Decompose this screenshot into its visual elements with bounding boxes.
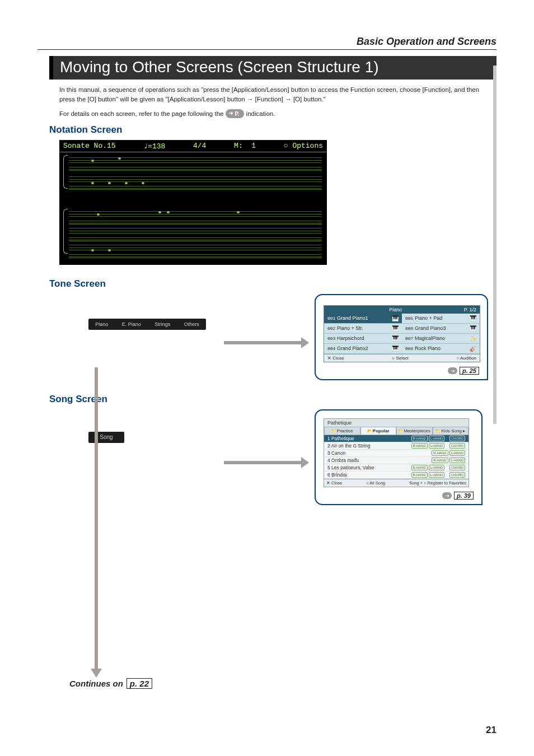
- song-tabs: 📁Practice 📂Popular 📁Masterpieces 📁Kids S…: [324, 427, 469, 435]
- song-row: 2 Air on the G StringR-HANDL-HAND CHORD: [324, 442, 469, 450]
- tone-name: Rock Piano: [415, 346, 441, 351]
- song-row-num: 4: [327, 458, 330, 463]
- intro-paragraph-1: In this manual, a sequence of operations…: [59, 85, 486, 105]
- badge: L-HAND: [429, 443, 444, 449]
- arrow-pill-icon: [442, 492, 452, 499]
- staff-line: [69, 176, 322, 190]
- staff-line: [69, 211, 322, 225]
- song-screenshot: Pathetique 📁Practice 📂Popular 📁Masterpie…: [324, 418, 469, 487]
- staff-line: [69, 228, 322, 241]
- piano-icon: 🎹: [392, 325, 399, 332]
- harpsichord-icon: 🎹: [392, 335, 399, 342]
- note-icon: [108, 249, 111, 251]
- page-ref-box: p. 39: [454, 492, 474, 500]
- tone-num: 007: [405, 336, 413, 341]
- tone-screenshot: Piano P. 1/2 001 Grand Piano1🎹 005 Piano…: [324, 305, 480, 362]
- folder-icon: 📂: [367, 429, 372, 433]
- badge: R-HAND: [411, 436, 428, 441]
- intro-text-b: indication.: [246, 109, 275, 119]
- tone-grid: 001 Grand Piano1🎹 005 Piano + Pad🎹 002 P…: [324, 314, 480, 354]
- badge: R-HAND: [432, 458, 448, 463]
- badge: R-HAND: [411, 472, 428, 478]
- notation-timesig: 4/4: [193, 142, 206, 151]
- note-icon: [167, 211, 170, 213]
- song-row-num: 1: [327, 436, 330, 441]
- song-row-title: Canon: [331, 450, 345, 456]
- song-tab: 📁Masterpieces: [396, 427, 433, 435]
- song-row-num: 3: [327, 450, 330, 456]
- song-row-title: Les patineurs, Valse: [331, 465, 374, 470]
- song-row-title: Ombra maifu: [331, 458, 359, 463]
- tone-name: MagicalPiano: [415, 335, 445, 341]
- tone-tab: E. Piano: [121, 321, 142, 327]
- note-icon: [91, 160, 94, 162]
- tone-head-page: P. 1/2: [464, 307, 476, 312]
- tone-item: 008 Rock Piano🎸: [402, 344, 480, 354]
- folder-icon: 📁: [435, 429, 441, 433]
- brace-icon: [63, 155, 68, 189]
- badge: CHORD: [449, 436, 465, 441]
- header-rule: [38, 49, 496, 50]
- staff-line: [69, 245, 322, 258]
- song-row-num: 5: [327, 465, 330, 470]
- note-icon: [125, 182, 128, 184]
- folder-icon: 📁: [331, 429, 336, 433]
- tone-num: 008: [405, 346, 413, 351]
- tone-num: 006: [405, 326, 413, 331]
- note-icon: [237, 211, 240, 213]
- folder-icon: 📁: [398, 429, 403, 433]
- notation-staff-area: [69, 155, 322, 259]
- tone-item: 006 Grand Piano3🎹: [402, 324, 480, 334]
- tone-tab: Others: [183, 321, 200, 327]
- note-icon: [91, 249, 94, 251]
- song-row: 4 Ombra maifuR-HANDL-HAND: [324, 457, 469, 464]
- tone-num: 004: [327, 346, 335, 351]
- song-tab-label: Practice: [337, 428, 353, 433]
- notation-song-title: Sonate No.15: [63, 142, 116, 151]
- badge: CHORD: [449, 472, 465, 478]
- tone-num: 005: [405, 316, 413, 321]
- tone-num: 002: [327, 326, 335, 331]
- song-foot-register: Song + ○ Register to Favorites: [409, 480, 466, 486]
- rock-icon: 🎸: [470, 346, 476, 352]
- heading-notation: Notation Screen: [49, 124, 496, 136]
- tone-tab: Piano: [94, 321, 109, 327]
- magical-icon: ✨: [470, 335, 476, 342]
- tone-item: 007 MagicalPiano✨: [402, 334, 480, 344]
- note-icon: [108, 182, 111, 184]
- page-pill-icon: P.: [226, 109, 243, 118]
- page-ref-box: p. 25: [460, 367, 479, 375]
- chevron-right-icon: ▸: [463, 428, 465, 433]
- tone-item: 002 Piano + Str.🎹: [324, 324, 402, 334]
- note-icon: [118, 157, 121, 160]
- piano-icon: 🎹: [392, 315, 399, 321]
- continues-page-box: p. 22: [127, 678, 152, 689]
- tone-name: Piano + Pad: [415, 315, 442, 321]
- song-list: 1 PathetiqueR-HANDL-HAND CHORD 2 Air on …: [324, 435, 469, 479]
- song-row-num: 2: [327, 443, 330, 449]
- song-screenshot-frame: Pathetique 📁Practice 📂Popular 📁Masterpie…: [315, 409, 483, 505]
- song-row: 1 PathetiqueR-HANDL-HAND CHORD: [324, 435, 469, 442]
- song-row: 6 BrindisiR-HANDL-HAND CHORD: [324, 472, 469, 479]
- tone-head-center: Piano: [389, 307, 402, 312]
- song-row: 3 CanonR-HANDL-HAND: [324, 450, 469, 457]
- notation-screenshot: Sonate No.15 ♩=138 4/4 M: 1 ○ Options: [59, 140, 327, 265]
- arrow-right-icon: [224, 341, 302, 344]
- song-foot-all: ○ All Song: [366, 480, 385, 486]
- note-icon: [97, 213, 100, 216]
- section-title: Moving to Other Screens (Screen Structur…: [49, 56, 496, 80]
- tone-foot-close: ✕ Close: [327, 356, 344, 361]
- piano-icon: 🎹: [470, 315, 476, 321]
- tone-num: 003: [327, 336, 335, 341]
- flow-arrow-column: [94, 367, 99, 670]
- continues-text: Continues on: [69, 679, 123, 688]
- notation-options: ○ Options: [284, 142, 323, 151]
- song-row: 5 Les patineurs, ValseR-HANDL-HAND CHORD: [324, 464, 469, 472]
- heading-song: Song Screen: [49, 394, 496, 405]
- badge: L-HAND: [429, 472, 444, 478]
- notation-measure: M: 1: [234, 142, 256, 151]
- song-tab-label: Popular: [373, 428, 390, 433]
- song-tab: 📂Popular: [360, 427, 397, 435]
- song-tab: 📁Kids Song ▸: [433, 427, 469, 435]
- piano-icon: 🎹: [470, 325, 476, 332]
